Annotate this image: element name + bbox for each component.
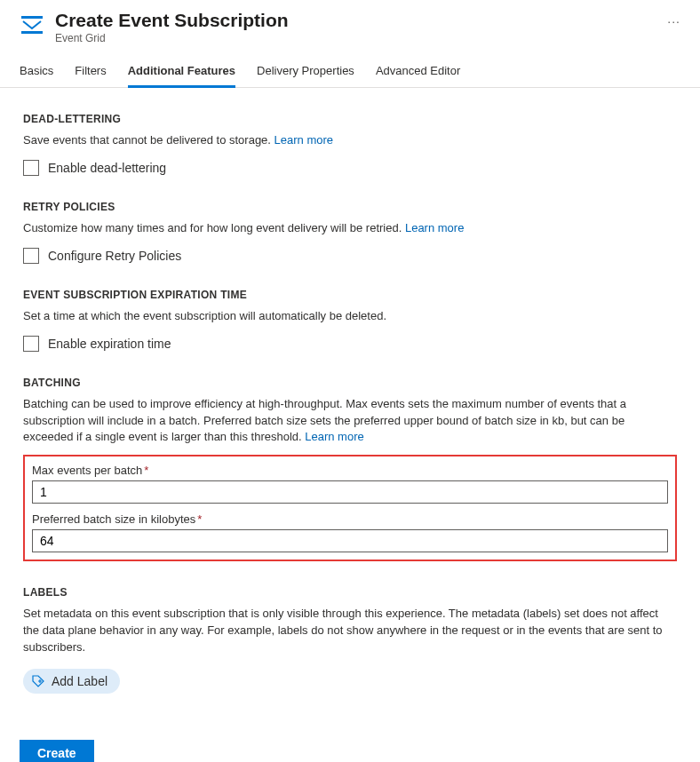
footer: Create (0, 715, 700, 762)
page-title: Create Event Subscription (55, 9, 655, 32)
enable-dead-lettering-checkbox[interactable] (23, 160, 39, 176)
tab-delivery-properties[interactable]: Delivery Properties (257, 57, 354, 88)
batching-heading: BATCHING (23, 377, 677, 389)
section-labels: LABELS Set metadata on this event subscr… (23, 586, 677, 694)
dead-lettering-learn-more-link[interactable]: Learn more (274, 133, 333, 147)
retry-desc: Customize how many times and for how lon… (23, 220, 677, 237)
labels-desc: Set metadata on this event subscription … (23, 606, 677, 656)
batching-desc: Batching can be used to improve efficien… (23, 396, 677, 447)
preferred-size-input[interactable] (32, 529, 668, 552)
tab-basics[interactable]: Basics (20, 57, 53, 88)
section-batching: BATCHING Batching can be used to improve… (23, 377, 677, 562)
tab-bar: Basics Filters Additional Features Deliv… (0, 57, 700, 88)
tab-additional-features[interactable]: Additional Features (128, 57, 235, 88)
svg-rect-0 (21, 16, 43, 19)
retry-heading: RETRY POLICIES (23, 201, 677, 213)
enable-expiration-label: Enable expiration time (48, 337, 171, 351)
page-header: Create Event Subscription Event Grid ··· (0, 0, 700, 57)
event-grid-icon (20, 12, 44, 37)
max-events-label: Max events per batch* (32, 464, 668, 477)
section-expiration: EVENT SUBSCRIPTION EXPIRATION TIME Set a… (23, 289, 677, 352)
more-button[interactable]: ··· (667, 14, 680, 28)
labels-heading: LABELS (23, 586, 677, 599)
dead-lettering-desc: Save events that cannot be delivered to … (23, 132, 677, 149)
svg-rect-1 (21, 31, 43, 34)
tab-filters[interactable]: Filters (75, 57, 106, 88)
page-subtitle: Event Grid (55, 32, 655, 44)
add-label-button[interactable]: Add Label (23, 669, 120, 694)
max-events-input[interactable] (32, 480, 668, 504)
enable-expiration-checkbox[interactable] (23, 336, 39, 352)
preferred-size-label: Preferred batch size in kilobytes* (32, 512, 668, 526)
dead-lettering-heading: DEAD-LETTERING (23, 113, 677, 125)
tab-advanced-editor[interactable]: Advanced Editor (376, 57, 460, 88)
retry-learn-more-link[interactable]: Learn more (405, 221, 464, 234)
configure-retry-checkbox[interactable] (23, 248, 39, 264)
batching-highlight-box: Max events per batch* Preferred batch si… (23, 455, 677, 561)
section-retry-policies: RETRY POLICIES Customize how many times … (23, 201, 677, 264)
expiration-heading: EVENT SUBSCRIPTION EXPIRATION TIME (23, 289, 677, 301)
expiration-desc: Set a time at which the event subscripti… (23, 308, 677, 325)
add-label-text: Add Label (52, 674, 107, 688)
create-button[interactable]: Create (20, 740, 94, 762)
batching-learn-more-link[interactable]: Learn more (305, 430, 363, 443)
section-dead-lettering: DEAD-LETTERING Save events that cannot b… (23, 113, 677, 176)
enable-dead-lettering-label: Enable dead-lettering (48, 161, 166, 175)
configure-retry-label: Configure Retry Policies (48, 249, 181, 263)
tag-plus-icon (32, 675, 44, 687)
